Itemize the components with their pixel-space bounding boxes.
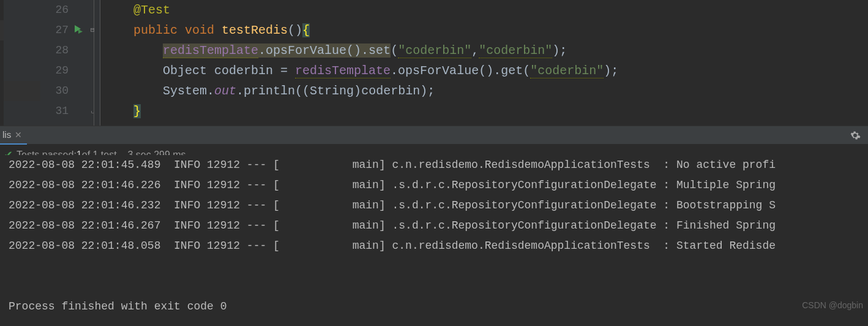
line-number: 31	[40, 101, 69, 121]
indent-guide-area	[100, 0, 131, 126]
code-line[interactable]: @Test	[133, 0, 868, 20]
fold-end-icon[interactable]: ⌞	[91, 107, 95, 115]
watermark: CSDN @dogbin	[802, 295, 863, 316]
log-line: 2022-08-08 22:01:45.489 INFO 12912 --- […	[9, 155, 868, 175]
blank-line	[9, 276, 868, 297]
code-editor[interactable]: 26 27 28 29 30 31 ⊟ ⌞ @Test public void …	[0, 0, 868, 126]
code-content[interactable]: @Test public void testRedis(){ redisTemp…	[131, 0, 868, 126]
line-number: 29	[40, 61, 69, 81]
code-line[interactable]: public void testRedis(){	[133, 20, 868, 40]
console-output[interactable]: 2022-08-08 22:01:45.489 INFO 12912 --- […	[0, 155, 868, 317]
exit-line: Process finished with exit code 0	[9, 297, 868, 317]
code-line[interactable]: redisTemplate.opsForValue().set("coderbi…	[133, 40, 868, 61]
line-number: 26	[40, 0, 69, 20]
log-line: 2022-08-08 22:01:46.267 INFO 12912 --- […	[9, 216, 868, 236]
close-icon[interactable]: ✕	[15, 130, 22, 140]
fold-gutter[interactable]: ⊟ ⌞	[88, 0, 100, 126]
line-number: 28	[40, 40, 69, 61]
code-line[interactable]: Object coderbin = redisTemplate.opsForVa…	[133, 61, 868, 81]
panel-tab-bar: lis ✕	[0, 126, 868, 144]
fold-start-icon[interactable]: ⊟	[91, 26, 95, 34]
log-line: 2022-08-08 22:01:46.226 INFO 12912 --- […	[9, 175, 868, 195]
line-number: 30	[40, 81, 69, 101]
line-number: 27	[40, 20, 69, 40]
run-test-icon[interactable]	[72, 23, 83, 37]
log-line: 2022-08-08 22:01:48.058 INFO 12912 --- […	[9, 236, 868, 256]
output-highlight: coderbin	[9, 256, 868, 276]
breakpoint-gutter[interactable]	[4, 0, 40, 126]
gutter-icon-area	[71, 0, 88, 126]
code-line[interactable]: System.out.println((String)coderbin);	[133, 81, 868, 101]
line-number-gutter: 26 27 28 29 30 31	[40, 0, 71, 126]
log-line: 2022-08-08 22:01:46.232 INFO 12912 --- […	[9, 195, 868, 216]
tab-label: lis	[2, 129, 11, 140]
code-line[interactable]: }	[133, 101, 868, 121]
gear-icon[interactable]	[850, 130, 861, 144]
console-tab[interactable]: lis ✕	[0, 126, 27, 145]
